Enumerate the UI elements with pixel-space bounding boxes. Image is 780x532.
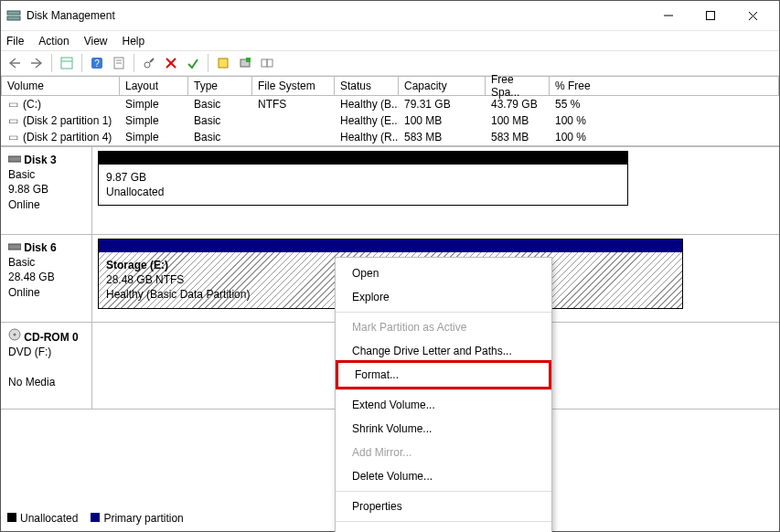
- menu-bar: File Action View Help: [1, 30, 779, 50]
- svg-rect-17: [219, 59, 228, 68]
- title-bar: Disk Management: [1, 1, 779, 30]
- ctx-mark-active: Mark Partition as Active: [336, 315, 551, 339]
- col-percent-free[interactable]: % Free: [550, 76, 779, 96]
- settings-icon[interactable]: [139, 53, 159, 73]
- ctx-shrink[interactable]: Shrink Volume...: [336, 417, 551, 441]
- ctx-add-mirror: Add Mirror...: [336, 441, 551, 464]
- col-layout[interactable]: Layout: [120, 76, 188, 96]
- col-volume[interactable]: Volume: [1, 76, 120, 96]
- volume-grid-header: Volume Layout Type File System Status Ca…: [1, 76, 779, 96]
- drive-icon: ▭: [6, 98, 19, 111]
- cdrom-icon: [8, 331, 21, 344]
- volume-name: (C:): [23, 98, 41, 111]
- ctx-delete[interactable]: Delete Volume...: [336, 464, 551, 488]
- volume-row[interactable]: ▭(C:) Simple Basic NTFS Healthy (B... 79…: [1, 96, 779, 112]
- volume-grid: Volume Layout Type File System Status Ca…: [1, 76, 779, 146]
- menu-file[interactable]: File: [6, 35, 24, 48]
- disk-label: Disk 6: [24, 241, 56, 254]
- svg-text:?: ?: [94, 59, 100, 69]
- refresh-icon[interactable]: [57, 53, 77, 73]
- ctx-explore[interactable]: Explore: [336, 285, 551, 309]
- col-status[interactable]: Status: [335, 76, 399, 96]
- volume-row[interactable]: ▭(Disk 2 partition 1) Simple Basic Healt…: [1, 112, 779, 129]
- legend-swatch-unallocated: [7, 513, 16, 522]
- volume-name: (Disk 2 partition 4): [23, 131, 112, 144]
- svg-rect-1: [7, 16, 20, 20]
- drive-icon: ▭: [6, 114, 19, 127]
- forward-button[interactable]: [27, 53, 47, 73]
- disk-icon: [8, 241, 21, 254]
- disk-label: Disk 3: [24, 154, 56, 166]
- ok-icon[interactable]: [183, 53, 203, 73]
- ctx-properties[interactable]: Properties: [336, 495, 551, 518]
- app-icon: [6, 8, 21, 23]
- svg-point-25: [14, 334, 16, 336]
- disk-info[interactable]: Disk 6 Basic 28.48 GB Online: [1, 235, 92, 322]
- svg-rect-3: [707, 12, 715, 20]
- action2-icon[interactable]: [235, 53, 255, 73]
- context-menu: Open Explore Mark Partition as Active Ch…: [335, 257, 552, 532]
- help-icon[interactable]: ?: [87, 53, 107, 73]
- close-button[interactable]: [732, 2, 774, 29]
- svg-rect-6: [61, 58, 72, 69]
- disk-info[interactable]: Disk 3 Basic 9.88 GB Online: [1, 147, 92, 234]
- partition-unallocated[interactable]: 9.87 GB Unallocated: [98, 151, 628, 206]
- ctx-open[interactable]: Open: [336, 261, 551, 285]
- ctx-help[interactable]: Help: [336, 525, 551, 532]
- ctx-format[interactable]: Format...: [336, 360, 551, 389]
- svg-rect-19: [246, 58, 251, 62]
- legend-swatch-primary: [91, 513, 100, 522]
- action1-icon[interactable]: [213, 53, 233, 73]
- back-button[interactable]: [5, 53, 25, 73]
- legend: Unallocated Primary partition: [7, 512, 184, 525]
- drive-icon: ▭: [6, 131, 19, 144]
- col-free[interactable]: Free Spa...: [486, 76, 550, 96]
- col-filesystem[interactable]: File System: [252, 76, 335, 96]
- disk-info[interactable]: CD-ROM 0 DVD (F:) No Media: [1, 323, 92, 409]
- disk-row-disk3: Disk 3 Basic 9.88 GB Online 9.87 GB Unal…: [1, 146, 779, 234]
- menu-help[interactable]: Help: [123, 35, 145, 48]
- svg-rect-0: [7, 11, 20, 15]
- svg-rect-23: [8, 244, 21, 250]
- svg-rect-22: [8, 156, 21, 162]
- window-controls: [647, 2, 774, 29]
- properties-icon[interactable]: [109, 53, 129, 73]
- col-type[interactable]: Type: [188, 76, 252, 96]
- svg-line-14: [150, 59, 154, 62]
- col-capacity[interactable]: Capacity: [399, 76, 486, 96]
- toolbar: ?: [1, 50, 779, 76]
- volume-row[interactable]: ▭(Disk 2 partition 4) Simple Basic Healt…: [1, 129, 779, 145]
- minimize-button[interactable]: [647, 2, 689, 29]
- menu-action[interactable]: Action: [38, 35, 69, 48]
- delete-icon[interactable]: [161, 53, 181, 73]
- svg-point-13: [144, 62, 150, 68]
- disk-label: CD-ROM 0: [24, 331, 78, 344]
- svg-rect-20: [262, 59, 267, 67]
- volume-grid-body: ▭(C:) Simple Basic NTFS Healthy (B... 79…: [1, 96, 779, 145]
- window-title: Disk Management: [27, 9, 115, 22]
- menu-view[interactable]: View: [84, 35, 108, 48]
- svg-rect-21: [267, 59, 272, 67]
- ctx-extend[interactable]: Extend Volume...: [336, 393, 551, 417]
- maximize-button[interactable]: [689, 2, 732, 29]
- disk-icon: [8, 154, 21, 166]
- action3-icon[interactable]: [257, 53, 277, 73]
- volume-name: (Disk 2 partition 1): [23, 114, 112, 127]
